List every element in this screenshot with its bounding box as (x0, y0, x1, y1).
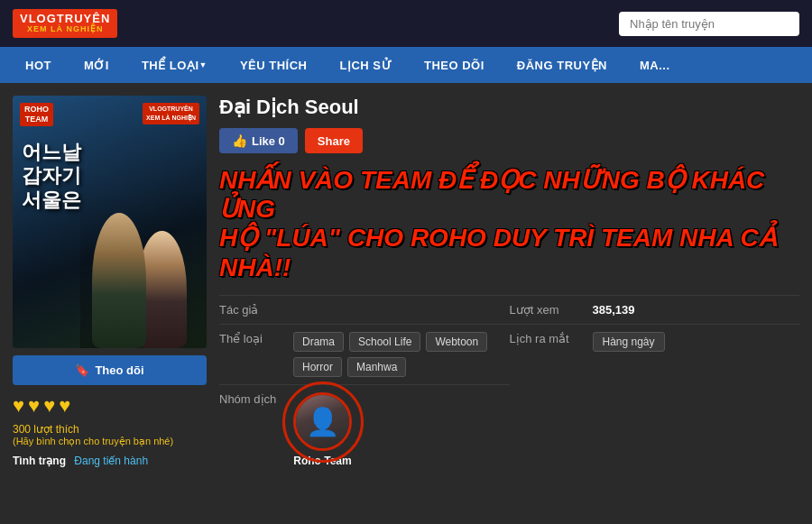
logo-area: VLOGTRUYÊN XEM LÀ NGHIỆN (13, 9, 117, 38)
group-name: Roho Team (293, 455, 351, 467)
views-label: Lượt xem (510, 303, 582, 317)
follow-button[interactable]: 🔖 Theo dõi (13, 355, 207, 385)
genre-label: Thể loại (219, 332, 282, 345)
likes-row: 300 lượt thích (Hãy bình chọn cho truyện… (13, 423, 207, 447)
vlog-badge: VLOGTRUYÊNXEM LÀ NGHIỆN (143, 103, 199, 124)
logo-box[interactable]: VLOGTRUYÊN XEM LÀ NGHIỆN (13, 9, 117, 38)
right-panel: Đại Dịch Seoul 👍 Like 0 Share NHẤN VÀO T… (219, 96, 799, 511)
tag-horror[interactable]: Horror (293, 357, 342, 377)
star-2[interactable]: ♥ (28, 394, 40, 418)
tag-drama[interactable]: Drama (293, 332, 344, 352)
info-grid: Tác giả Lượt xem 385,139 Thể loại Drama … (219, 295, 799, 474)
cover-characters (80, 186, 207, 348)
release-row: Lịch ra mắt Hàng ngày (510, 324, 800, 384)
promo-text: NHẤN VÀO TEAM ĐỂ ĐỌC NHỮNG BỘ KHÁC ỦNG H… (219, 166, 799, 282)
cover-title-kr: 어느날갑자기서울은 (22, 141, 81, 212)
views-row: Lượt xem 385,139 (510, 295, 800, 324)
nav-lichsu[interactable]: LỊCH SỬ (324, 47, 409, 83)
group-area: 👤 Roho Team (293, 392, 352, 467)
star-1[interactable]: ♥ (13, 394, 24, 418)
author-label: Tác giả (219, 303, 282, 317)
tags-container: Drama School Life Webtoon Horror Manhwa (293, 332, 510, 377)
status-row: Tình trạng Đang tiến hành (13, 455, 207, 467)
share-label: Share (318, 134, 350, 148)
nav-dangtruyen[interactable]: ĐĂNG TRUYỆN (501, 47, 623, 83)
nav-theodoi[interactable]: THEO DÕI (408, 47, 501, 83)
character-1 (92, 213, 146, 348)
search-input[interactable] (619, 12, 799, 36)
thumb-icon: 👍 (232, 133, 247, 148)
roho-badge: ROHOTEAM (20, 103, 53, 126)
views-value: 385,139 (593, 303, 635, 317)
group-row: Nhóm dịch 👤 Roho Team (219, 384, 510, 474)
like-label: Like 0 (252, 134, 285, 148)
status-label: Tình trạng (13, 455, 66, 467)
stars-row: ♥ ♥ ♥ ♥ (13, 394, 207, 418)
promo-line-2: HỘ "LÚA" CHO ROHO DUY TRÌ TEAM NHA CẢ NH… (219, 224, 776, 280)
tag-school[interactable]: School Life (349, 332, 420, 352)
tag-webtoon[interactable]: Webtoon (426, 332, 487, 352)
nav-yeuthich[interactable]: YÊU THÍCH (224, 47, 324, 83)
release-value: Hàng ngày (593, 332, 665, 352)
promo-line-1: NHẤN VÀO TEAM ĐỂ ĐỌC NHỮNG BỘ KHÁC ỦNG (219, 166, 764, 223)
status-value: Đang tiến hành (74, 455, 148, 467)
header: VLOGTRUYÊN XEM LÀ NGHIỆN (0, 0, 812, 47)
follow-label: Theo dõi (95, 363, 143, 377)
logo-bottom: XEM LÀ NGHIỆN (27, 24, 104, 34)
like-button[interactable]: 👍 Like 0 (219, 128, 298, 153)
star-3[interactable]: ♥ (43, 394, 55, 418)
manga-cover: ROHOTEAM VLOGTRUYÊNXEM LÀ NGHIỆN 어느날갑자기서… (13, 96, 207, 348)
manga-title: Đại Dịch Seoul (219, 96, 799, 119)
group-label: Nhóm dịch (219, 392, 282, 406)
release-label: Lịch ra mắt (510, 332, 582, 345)
nav-more[interactable]: MA... (623, 47, 687, 83)
left-panel: ROHOTEAM VLOGTRUYÊNXEM LÀ NGHIỆN 어느날갑자기서… (13, 96, 207, 511)
share-button[interactable]: Share (305, 128, 363, 153)
bookmark-icon: 🔖 (75, 363, 89, 377)
genre-row: Thể loại Drama School Life Webtoon Horro… (219, 324, 510, 384)
group-avatar-inner: 👤 (296, 395, 349, 448)
action-buttons: 👍 Like 0 Share (219, 128, 799, 153)
likes-note: (Hãy bình chọn cho truyện bạn nhé) (13, 436, 207, 447)
nav-moi[interactable]: MỚI (68, 47, 125, 83)
nav-bar: HOT MỚI THỂ LOẠI YÊU THÍCH LỊCH SỬ THEO … (0, 47, 812, 83)
main-content: ROHOTEAM VLOGTRUYÊNXEM LÀ NGHIỆN 어느날갑자기서… (0, 83, 812, 524)
group-avatar[interactable]: 👤 (293, 392, 352, 451)
nav-hot[interactable]: HOT (9, 47, 68, 83)
tag-manhwa[interactable]: Manhwa (347, 357, 406, 377)
author-row: Tác giả (219, 295, 510, 324)
nav-theloai[interactable]: THỂ LOẠI (125, 47, 224, 83)
likes-count: 300 lượt thích (13, 423, 79, 436)
star-4[interactable]: ♥ (59, 394, 70, 418)
logo-top: VLOGTRUYÊN (20, 13, 110, 24)
